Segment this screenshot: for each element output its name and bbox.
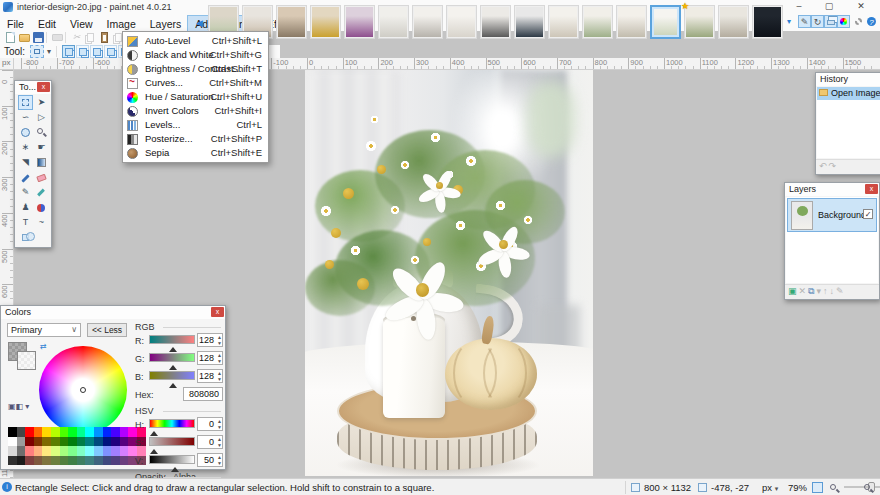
close-button[interactable]: ✕ — [850, 0, 872, 13]
tool-recolor[interactable] — [34, 200, 49, 215]
spinner-icon[interactable]: ▲▼ — [217, 418, 222, 430]
image-thumbnail[interactable] — [378, 5, 409, 39]
image-thumbnail[interactable] — [412, 5, 443, 39]
palette-swatch[interactable] — [34, 437, 43, 447]
tool-color-picker[interactable] — [34, 185, 49, 200]
tool-pencil[interactable]: ✎ — [18, 185, 33, 200]
palette-swatch[interactable] — [85, 456, 94, 466]
image-thumbnail-selected[interactable] — [650, 5, 681, 39]
palette-swatch[interactable] — [68, 456, 77, 466]
palette-swatch[interactable] — [103, 427, 112, 437]
palette-swatch[interactable] — [85, 437, 94, 447]
image-thumbnail[interactable] — [310, 5, 341, 39]
zoom-in-icon[interactable] — [864, 484, 870, 490]
palette-swatch[interactable] — [60, 427, 69, 437]
tool-rectangle-select[interactable] — [18, 95, 33, 110]
image-thumbnail[interactable] — [718, 5, 749, 39]
spinner-icon[interactable]: ▲▼ — [217, 352, 222, 364]
tool-gradient[interactable] — [34, 155, 49, 170]
palette-swatch[interactable] — [34, 446, 43, 456]
menu-item-curves[interactable]: Curves...Ctrl+Shift+M — [123, 76, 268, 90]
pin-toolbar-icon[interactable]: ▾ — [787, 17, 791, 26]
palette-swatch[interactable] — [34, 456, 43, 466]
color-wheel[interactable] — [39, 346, 127, 434]
image-thumbnail[interactable] — [548, 5, 579, 39]
delete-layer-icon[interactable]: ✕ — [799, 286, 809, 296]
tools-toggle-button[interactable]: ✎ — [798, 15, 811, 28]
duplicate-layer-icon[interactable]: ⧉ — [808, 286, 816, 296]
palette-swatch[interactable] — [17, 427, 26, 437]
palette-swatch[interactable] — [111, 456, 120, 466]
palette-swatch[interactable] — [103, 437, 112, 447]
menu-item-posterize[interactable]: Posterize...Ctrl+Shift+P — [123, 132, 268, 146]
selection-mode-replace[interactable] — [62, 45, 75, 58]
palette-swatch[interactable] — [17, 446, 26, 456]
cut-button[interactable]: ✂ — [70, 31, 83, 44]
tool-paint-bucket[interactable]: ◥ — [18, 155, 33, 170]
palette-swatch[interactable] — [94, 456, 103, 466]
palette-swatch[interactable] — [51, 456, 60, 466]
palette-swatch[interactable] — [94, 427, 103, 437]
menu-item-black-and-white[interactable]: Black and WhiteCtrl+Shift+G — [123, 48, 268, 62]
palette-swatch[interactable] — [68, 446, 77, 456]
layer-row-background[interactable]: Background✓ — [787, 198, 877, 232]
palette-swatch[interactable] — [8, 427, 17, 437]
layers-toggle-button[interactable] — [824, 15, 837, 28]
print-button[interactable] — [51, 31, 64, 44]
tool-paintbrush[interactable] — [18, 170, 33, 185]
image-thumbnail[interactable] — [616, 5, 647, 39]
palette-swatch[interactable] — [60, 437, 69, 447]
palette-swatch[interactable] — [8, 446, 17, 456]
history-item-open-image[interactable]: Open Image — [817, 87, 880, 100]
spinner-icon[interactable]: ▲▼ — [217, 370, 222, 382]
palette-swatch[interactable] — [51, 437, 60, 447]
save-button[interactable] — [32, 31, 45, 44]
palette-swatch[interactable] — [42, 437, 51, 447]
swap-colors-icon[interactable]: ⇄ — [40, 342, 47, 351]
spinner-icon[interactable]: ▲▼ — [217, 436, 222, 448]
thumbnail-scroll-left-icon[interactable]: ◀ — [196, 18, 203, 28]
palette-swatch[interactable] — [25, 437, 34, 447]
selection-mode-add[interactable] — [76, 45, 89, 58]
zoom-out-icon[interactable] — [830, 484, 836, 490]
color-target-select[interactable]: Primary∨ — [7, 323, 81, 337]
layer-properties-icon[interactable]: ✎ — [836, 286, 846, 296]
new-button[interactable] — [4, 31, 17, 44]
image-thumbnail[interactable] — [276, 5, 307, 39]
palette-swatch[interactable] — [51, 427, 60, 437]
palette-swatch[interactable] — [34, 427, 43, 437]
hex-value[interactable]: 808080 — [183, 387, 223, 401]
palette-swatch[interactable] — [120, 456, 129, 466]
palette-swatch[interactable] — [60, 446, 69, 456]
palette-swatch[interactable] — [42, 446, 51, 456]
layer-visible-checkbox[interactable]: ✓ — [863, 209, 873, 219]
tool-move-selection[interactable]: ▷ — [34, 110, 49, 125]
menu-item-hue-saturation[interactable]: Hue / Saturation...Ctrl+Shift+U — [123, 90, 268, 104]
maximize-button[interactable]: ▢ — [818, 0, 840, 13]
palette-swatch[interactable] — [60, 456, 69, 466]
palette-swatch[interactable] — [42, 427, 51, 437]
settings-toggle-button[interactable] — [852, 15, 865, 28]
menu-item-invert-colors[interactable]: Invert ColorsCtrl+Shift+I — [123, 104, 268, 118]
open-button[interactable] — [18, 31, 31, 44]
palette-swatch[interactable] — [8, 437, 17, 447]
palette-swatch[interactable] — [77, 446, 86, 456]
menu-item-levels[interactable]: Levels...Ctrl+L — [123, 118, 268, 132]
image-thumbnail[interactable] — [344, 5, 375, 39]
palette-swatch[interactable] — [120, 427, 129, 437]
minimize-button[interactable]: – — [788, 0, 810, 13]
copy-button[interactable] — [84, 31, 97, 44]
undo-icon[interactable]: ↶ — [819, 161, 829, 171]
image-thumbnail[interactable] — [480, 5, 511, 39]
paste-button[interactable] — [98, 31, 111, 44]
image-thumbnail[interactable] — [752, 5, 783, 39]
palette-swatch[interactable] — [77, 427, 86, 437]
tool-lasso-select[interactable]: ∽ — [18, 110, 33, 125]
primary-secondary-swatches[interactable]: ⇄ — [8, 342, 38, 372]
palette-swatch[interactable] — [68, 427, 77, 437]
tool-zoom[interactable] — [34, 125, 49, 140]
palette-swatch[interactable] — [120, 446, 129, 456]
zoom-slider[interactable] — [844, 486, 880, 488]
palette-swatch[interactable] — [111, 446, 120, 456]
image-thumbnail[interactable] — [446, 5, 477, 39]
